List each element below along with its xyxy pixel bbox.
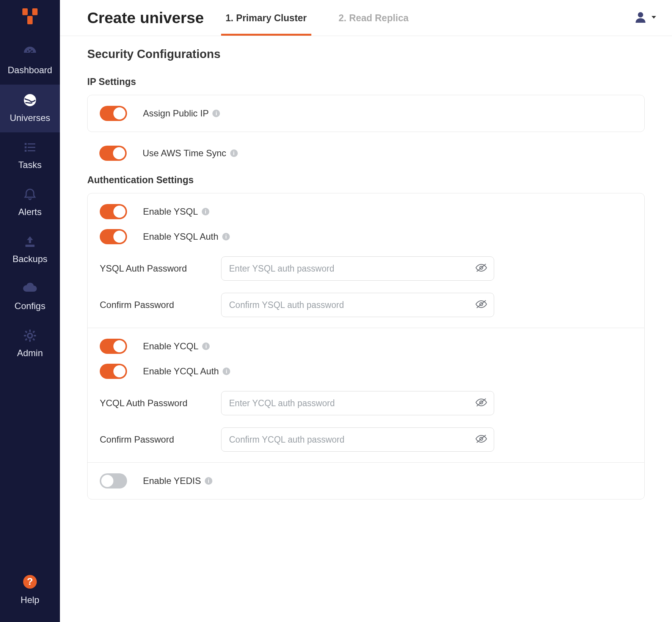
ysql-section: Enable YSQL i Enable YSQL Auth i YSQL Au… <box>88 193 644 328</box>
svg-rect-12 <box>28 150 35 151</box>
svg-rect-2 <box>27 16 33 24</box>
info-icon[interactable]: i <box>223 368 230 375</box>
sidebar-item-label: Universes <box>10 113 50 123</box>
tabs: 1. Primary Cluster 2. Read Replica <box>221 0 413 36</box>
gauge-icon <box>22 44 38 61</box>
toggle-label: Enable YSQL Auth i <box>143 231 230 242</box>
svg-rect-7 <box>25 143 27 145</box>
ycql-password-label: YCQL Auth Password <box>100 398 206 408</box>
svg-rect-10 <box>28 147 35 148</box>
ycql-section: Enable YCQL i Enable YCQL Auth i YCQL Au… <box>88 328 644 463</box>
svg-rect-11 <box>25 150 27 152</box>
toggle-assign-public-ip[interactable] <box>100 106 127 121</box>
eye-off-icon[interactable] <box>475 397 487 409</box>
sidebar-item-admin[interactable]: Admin <box>0 320 60 368</box>
sidebar-item-label: Alerts <box>18 207 41 217</box>
ysql-confirm-input[interactable] <box>221 293 494 317</box>
eye-off-icon[interactable] <box>475 262 487 275</box>
section-title: Security Configurations <box>87 47 645 61</box>
sidebar: Dashboard Universes Tasks Alerts <box>0 0 60 622</box>
toggle-label: Enable YSQL i <box>143 206 209 217</box>
svg-rect-13 <box>25 245 35 247</box>
sidebar-item-label: Help <box>20 595 39 605</box>
gear-icon <box>23 329 37 344</box>
svg-point-6 <box>24 94 36 106</box>
sidebar-item-label: Configs <box>14 301 45 311</box>
sidebar-nav: Dashboard Universes Tasks Alerts <box>0 36 60 566</box>
chevron-down-icon <box>651 14 657 21</box>
info-icon[interactable]: i <box>205 477 212 485</box>
page-title: Create universe <box>87 9 204 27</box>
info-icon[interactable]: i <box>202 208 209 215</box>
logo <box>0 0 60 36</box>
ycql-confirm-label: Confirm Password <box>100 434 206 445</box>
ycql-password-input[interactable] <box>221 391 494 415</box>
sidebar-item-universes[interactable]: Universes <box>0 85 60 132</box>
info-icon[interactable]: i <box>230 149 238 157</box>
topbar: Create universe 1. Primary Cluster 2. Re… <box>60 0 672 36</box>
bell-icon <box>23 188 37 203</box>
sidebar-item-dashboard[interactable]: Dashboard <box>0 36 60 85</box>
sidebar-item-backups[interactable]: Backups <box>0 226 60 273</box>
sidebar-item-tasks[interactable]: Tasks <box>0 132 60 179</box>
list-icon <box>23 141 37 156</box>
user-icon <box>634 11 647 25</box>
toggle-use-aws-time-sync[interactable] <box>99 146 127 161</box>
sidebar-item-alerts[interactable]: Alerts <box>0 179 60 226</box>
yedis-section: Enable YEDIS i <box>88 463 644 499</box>
eye-off-icon[interactable] <box>475 299 487 311</box>
svg-point-4 <box>29 49 31 50</box>
ysql-password-input[interactable] <box>221 256 494 281</box>
info-icon[interactable]: i <box>212 110 220 117</box>
sidebar-item-label: Backups <box>13 254 47 264</box>
user-menu[interactable] <box>634 11 657 25</box>
toggle-enable-ysql[interactable] <box>100 204 127 219</box>
help-icon: ? <box>22 574 38 591</box>
toggle-enable-ysql-auth[interactable] <box>100 229 127 244</box>
svg-rect-8 <box>28 143 35 145</box>
toggle-label: Assign Public IP i <box>143 108 220 119</box>
auth-settings-panel: Enable YSQL i Enable YSQL Auth i YSQL Au… <box>87 193 645 499</box>
ysql-password-label: YSQL Auth Password <box>100 263 206 274</box>
toggle-label: Enable YEDIS i <box>143 476 212 486</box>
sidebar-item-label: Admin <box>17 348 43 358</box>
svg-rect-0 <box>22 8 28 15</box>
sidebar-item-label: Dashboard <box>8 65 52 75</box>
globe-icon <box>23 93 37 109</box>
toggle-label: Use AWS Time Sync i <box>143 148 238 159</box>
svg-text:?: ? <box>27 576 33 587</box>
sidebar-item-configs[interactable]: Configs <box>0 273 60 320</box>
svg-point-14 <box>28 333 32 338</box>
auth-settings-title: Authentication Settings <box>87 174 645 185</box>
logo-icon <box>19 8 41 29</box>
cloud-icon <box>22 282 38 297</box>
ip-settings-title: IP Settings <box>87 76 645 87</box>
info-icon[interactable]: i <box>222 233 230 240</box>
ycql-confirm-input[interactable] <box>221 427 494 452</box>
sidebar-item-label: Tasks <box>18 160 41 170</box>
info-icon[interactable]: i <box>202 342 210 350</box>
toggle-enable-yedis[interactable] <box>100 473 127 488</box>
ip-settings-panel: Assign Public IP i <box>87 95 645 132</box>
tab-read-replica[interactable]: 2. Read Replica <box>334 0 413 36</box>
toggle-enable-ycql[interactable] <box>100 339 127 354</box>
svg-point-17 <box>638 12 643 17</box>
upload-icon <box>23 235 37 250</box>
content: Security Configurations IP Settings Assi… <box>60 36 672 622</box>
toggle-enable-ycql-auth[interactable] <box>100 364 127 379</box>
toggle-label: Enable YCQL i <box>143 341 210 352</box>
main: Create universe 1. Primary Cluster 2. Re… <box>60 0 672 622</box>
svg-rect-9 <box>25 146 27 148</box>
toggle-label: Enable YCQL Auth i <box>143 366 230 377</box>
tab-primary-cluster[interactable]: 1. Primary Cluster <box>221 0 311 36</box>
ysql-confirm-label: Confirm Password <box>100 300 206 310</box>
svg-point-3 <box>27 50 28 52</box>
eye-off-icon[interactable] <box>475 434 487 446</box>
sidebar-item-help[interactable]: ? Help <box>0 566 60 614</box>
svg-rect-1 <box>32 8 38 15</box>
